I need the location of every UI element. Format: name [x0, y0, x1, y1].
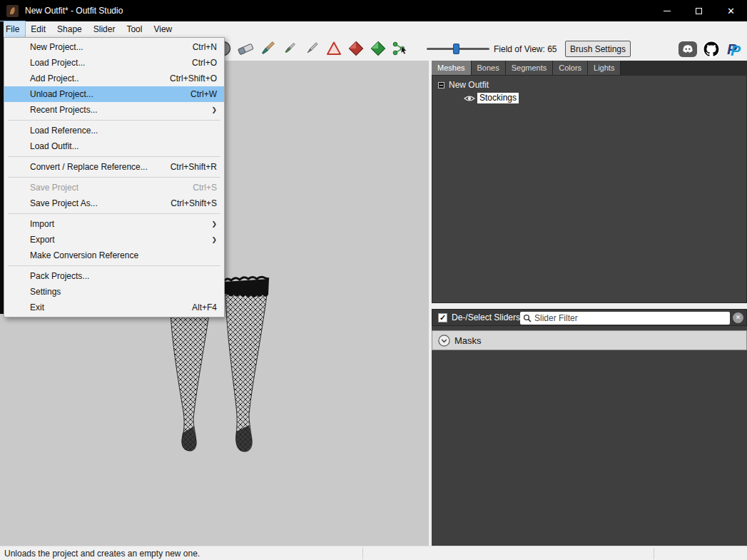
menu-item-import[interactable]: Import ❯	[4, 216, 224, 232]
menu-item-load-project[interactable]: Load Project... Ctrl+O	[4, 55, 224, 71]
masks-section-label: Masks	[454, 335, 482, 346]
field-of-view-text: Field of View:	[494, 44, 545, 54]
link-icons: P P	[679, 39, 743, 58]
green-diamond-icon[interactable]	[369, 39, 387, 58]
tree-item-new-outfit[interactable]: New Outfit	[438, 80, 489, 90]
menu-item-add-project[interactable]: Add Project.. Ctrl+Shift+O	[4, 71, 224, 86]
menubar-item-slider[interactable]: Slider	[88, 21, 121, 37]
menu-separator	[8, 213, 220, 214]
field-of-view-label: Field of View: 65	[494, 44, 557, 54]
deselect-sliders-checkbox[interactable]: ✓	[438, 313, 447, 322]
menu-item-label: Add Project..	[30, 73, 79, 83]
menu-item-save-project[interactable]: Save Project Ctrl+S	[4, 180, 224, 195]
deselect-sliders-label: De-/Select Sliders	[452, 312, 520, 322]
menu-item-label: New Project...	[30, 42, 83, 52]
status-message: Unloads the project and creates an empty…	[4, 549, 200, 559]
menu-item-label: Exit	[30, 302, 44, 312]
chevron-down-icon[interactable]	[438, 335, 450, 347]
menu-item-new-project[interactable]: New Project... Ctrl+N	[4, 39, 224, 55]
menu-item-load-outfit[interactable]: Load Outfit...	[4, 138, 224, 154]
menu-item-label: Load Outfit...	[30, 141, 79, 151]
checkbox-check-icon: ✓	[439, 314, 446, 322]
statusbar-divider	[654, 548, 654, 559]
menu-item-label: Load Project...	[30, 58, 85, 68]
clear-filter-button[interactable]: ✕	[733, 312, 743, 323]
menubar: File Edit Shape Slider Tool View	[0, 21, 747, 37]
masks-section-header[interactable]: Masks	[432, 330, 747, 350]
menu-item-shortcut: Ctrl+W	[190, 89, 217, 99]
field-of-view-slider-thumb[interactable]	[453, 44, 459, 54]
brush-settings-button[interactable]: Brush Settings	[565, 41, 631, 57]
tree-item-label: Stockings	[477, 93, 519, 103]
tree-item-stockings[interactable]: Stockings	[464, 93, 519, 103]
menu-item-unload-project[interactable]: Unload Project... Ctrl+W	[4, 86, 224, 102]
menu-item-convert-replace-reference[interactable]: Convert / Replace Reference... Ctrl+Shif…	[4, 159, 224, 175]
clear-icon: ✕	[736, 315, 741, 321]
tab-lights[interactable]: Lights	[588, 61, 621, 75]
menu-item-shortcut: Ctrl+Shift+O	[170, 73, 217, 83]
paint-brush-icon[interactable]	[258, 39, 277, 58]
menu-item-save-project-as[interactable]: Save Project As... Ctrl+Shift+S	[4, 195, 224, 211]
eraser-tool-icon[interactable]	[236, 39, 255, 58]
menubar-item-file[interactable]: File	[0, 21, 25, 37]
window-title: New Outfit* - Outfit Studio	[25, 6, 123, 16]
tab-meshes[interactable]: Meshes	[432, 61, 472, 75]
airbrush-tool-icon[interactable]	[280, 39, 299, 58]
statusbar: Unloads the project and creates an empty…	[0, 546, 747, 560]
menu-separator	[8, 177, 220, 178]
search-icon	[523, 314, 532, 322]
menu-item-load-reference[interactable]: Load Reference...	[4, 123, 224, 138]
menu-item-label: Export	[30, 235, 55, 245]
menu-item-label: Settings	[30, 287, 61, 297]
slider-filter-searchbox	[520, 312, 730, 325]
close-button[interactable]: ✕	[715, 0, 747, 21]
menubar-item-view[interactable]: View	[148, 21, 178, 37]
slider-filter-input[interactable]	[534, 313, 727, 323]
menu-item-settings[interactable]: Settings	[4, 284, 224, 300]
panel-tabbar: Meshes Bones Segments Colors Lights	[432, 61, 747, 75]
menu-item-exit[interactable]: Exit Alt+F4	[4, 300, 224, 315]
menu-item-label: Convert / Replace Reference...	[30, 162, 148, 172]
svg-text:P: P	[731, 42, 741, 58]
menu-item-make-conversion-reference[interactable]: Make Conversion Reference	[4, 248, 224, 263]
menu-separator	[8, 120, 220, 121]
pen-brush-icon[interactable]	[303, 39, 321, 58]
horizontal-splitter[interactable]	[432, 303, 747, 309]
menubar-item-tool[interactable]: Tool	[121, 21, 148, 37]
mirror-triangle-icon[interactable]	[325, 39, 343, 58]
menu-item-shortcut: Ctrl+N	[193, 42, 217, 52]
field-of-view-value: 65	[547, 44, 557, 54]
red-diamond-icon[interactable]	[347, 39, 365, 58]
titlebar[interactable]: New Outfit* - Outfit Studio ✕	[0, 0, 747, 21]
window-controls: ✕	[651, 0, 747, 21]
eye-icon[interactable]	[464, 94, 475, 103]
tree-expander-icon[interactable]	[438, 82, 444, 88]
discord-icon[interactable]	[679, 41, 697, 57]
paypal-icon[interactable]: P P	[726, 40, 743, 58]
brush-tools	[214, 39, 410, 58]
edit-nodes-icon[interactable]	[391, 39, 410, 58]
menu-item-label: Unload Project...	[30, 89, 93, 99]
tab-segments[interactable]: Segments	[506, 61, 554, 75]
menu-item-pack-projects[interactable]: Pack Projects...	[4, 268, 224, 284]
menu-item-label: Save Project	[30, 183, 78, 193]
maximize-button[interactable]	[683, 0, 715, 21]
menu-item-export[interactable]: Export ❯	[4, 232, 224, 248]
tab-colors[interactable]: Colors	[553, 61, 588, 75]
meshes-tree: New Outfit Stockings	[432, 75, 747, 303]
menu-separator	[8, 156, 220, 157]
menu-item-label: Load Reference...	[30, 126, 98, 136]
minimize-button[interactable]	[651, 0, 683, 21]
field-of-view-slider[interactable]	[427, 48, 489, 50]
menu-item-recent-projects[interactable]: Recent Projects... ❯	[4, 102, 224, 118]
menubar-item-edit[interactable]: Edit	[25, 21, 51, 37]
menu-item-label: Save Project As...	[30, 198, 98, 208]
tab-bones[interactable]: Bones	[472, 61, 506, 75]
menu-item-shortcut: Ctrl+O	[192, 58, 217, 68]
menu-item-shortcut: Ctrl+Shift+R	[171, 162, 217, 172]
menu-item-label: Make Conversion Reference	[30, 250, 138, 260]
github-icon[interactable]	[702, 40, 721, 58]
submenu-arrow-icon: ❯	[211, 236, 217, 243]
menu-item-label: Import	[30, 219, 54, 229]
menubar-item-shape[interactable]: Shape	[51, 21, 88, 37]
